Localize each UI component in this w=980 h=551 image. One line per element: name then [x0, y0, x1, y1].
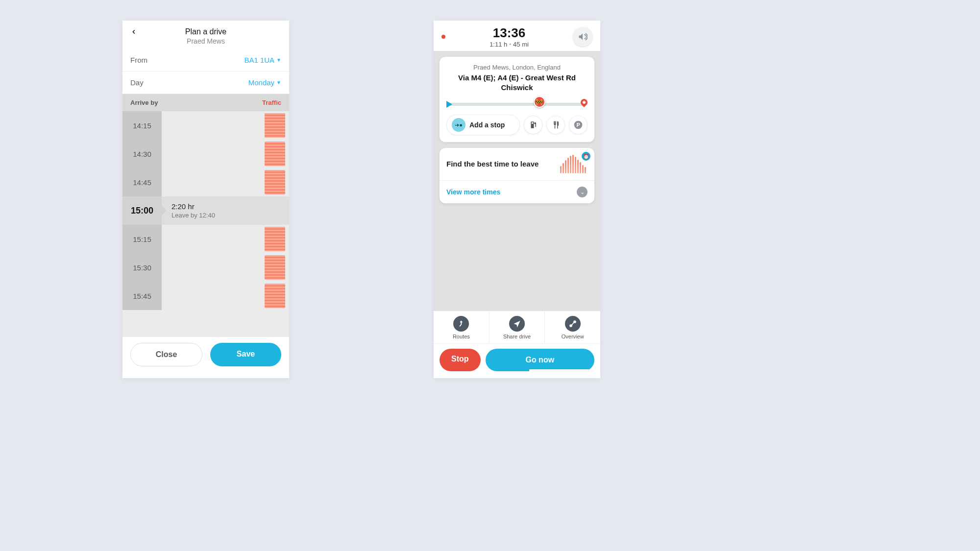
time-row[interactable]: 14:15 — [122, 111, 289, 140]
traffic-bar — [265, 227, 285, 251]
best-time-card: Find the best time to leave ⏰ View more … — [440, 148, 594, 203]
routes-button[interactable]: Routes — [434, 311, 490, 343]
from-label: From — [130, 56, 147, 64]
time-value: 15:15 — [122, 225, 162, 253]
overview-icon — [565, 316, 581, 332]
page-subtitle: Praed Mews — [130, 37, 281, 45]
add-stop-button[interactable]: ➜● Add a stop — [446, 115, 520, 135]
eta-block: 13:36 1:11 h • 45 mi — [445, 25, 573, 48]
bottom-nav: Routes Share drive Overview Stop Go now — [434, 311, 600, 378]
fuel-button[interactable] — [524, 116, 542, 134]
leave-by: Leave by 12:40 — [172, 212, 289, 219]
traffic-bar — [265, 255, 285, 280]
routes-icon — [453, 316, 469, 332]
time-row[interactable]: 15:30 — [122, 253, 289, 282]
route-card: Praed Mews, London, England Via M4 (E); … — [440, 57, 594, 142]
close-button[interactable]: Close — [130, 343, 202, 366]
destination-label: Praed Mews, London, England — [446, 64, 588, 71]
svg-rect-0 — [532, 122, 533, 124]
svg-text:P: P — [576, 122, 580, 128]
sound-button[interactable] — [573, 27, 592, 47]
best-time-row[interactable]: Find the best time to leave ⏰ — [440, 148, 594, 180]
plan-drive-screen: Plan a drive Praed Mews From BA1 1UA ▼ D… — [122, 21, 289, 378]
share-icon — [509, 316, 525, 332]
fuel-icon — [529, 120, 538, 129]
recording-indicator — [441, 35, 445, 39]
traffic-bar — [265, 113, 285, 138]
time-value: 14:15 — [122, 111, 162, 140]
stop-button[interactable]: Stop — [440, 349, 481, 371]
time-row[interactable]: 14:30 — [122, 140, 289, 168]
route-via: Via M4 (E); A4 (E) - Great West Rd Chisw… — [446, 73, 588, 92]
add-stop-icon: ➜● — [452, 118, 466, 132]
chevron-down-icon: ⌄ — [577, 187, 588, 197]
destination-pin-icon — [579, 97, 589, 107]
time-table: Arrive by Traffic 14:1514:3014:4515:002:… — [122, 94, 289, 337]
parking-icon: P — [573, 120, 583, 130]
bottom-buttons: Close Save — [122, 337, 289, 372]
time-row[interactable]: 14:45 — [122, 168, 289, 196]
action-row: Routes Share drive Overview — [434, 311, 600, 344]
time-row[interactable]: 15:15 — [122, 225, 289, 253]
food-icon — [551, 120, 560, 129]
parking-button[interactable]: P — [569, 116, 588, 134]
plan-header: Plan a drive Praed Mews — [122, 21, 289, 49]
time-value: 15:30 — [122, 253, 162, 282]
from-row[interactable]: From BA1 1UA ▼ — [122, 49, 289, 72]
back-button[interactable] — [130, 28, 137, 35]
share-button[interactable]: Share drive — [490, 311, 545, 343]
go-now-button[interactable]: Go now — [486, 349, 594, 371]
food-button[interactable] — [546, 116, 565, 134]
best-time-label: Find the best time to leave — [446, 159, 539, 169]
time-value: 14:30 — [122, 140, 162, 168]
view-more-button[interactable]: View more times ⌄ — [440, 180, 594, 203]
sound-icon — [578, 32, 588, 42]
traffic-bar — [265, 142, 285, 166]
traffic-bar — [265, 170, 285, 194]
traffic-chart-icon: ⏰ — [560, 155, 588, 173]
navigation-screen: 13:36 1:11 h • 45 mi Praed Mews, London,… — [434, 21, 600, 378]
stop-actions: ➜● Add a stop P — [446, 115, 588, 135]
arrival-time: 13:36 — [445, 25, 573, 41]
time-value: 15:00 — [122, 196, 162, 225]
save-button[interactable]: Save — [210, 343, 281, 366]
time-value: 15:45 — [122, 282, 162, 310]
time-table-header: Arrive by Traffic — [122, 94, 289, 111]
route-start-icon — [446, 101, 452, 108]
traffic-bar — [265, 284, 285, 308]
go-row: Stop Go now — [434, 344, 600, 378]
hazard-icon: 🚧 — [534, 96, 545, 108]
from-value[interactable]: BA1 1UA ▼ — [244, 56, 281, 64]
duration: 2:20 hr — [172, 202, 289, 211]
chevron-down-icon: ▼ — [276, 80, 281, 85]
route-progress: 🚧 — [448, 103, 586, 106]
chevron-down-icon: ▼ — [276, 57, 281, 63]
time-value: 14:45 — [122, 168, 162, 196]
time-row[interactable]: 15:002:20 hrLeave by 12:40 — [122, 196, 289, 225]
clock-icon: ⏰ — [582, 152, 590, 161]
day-value[interactable]: Monday ▼ — [248, 78, 281, 87]
overview-button[interactable]: Overview — [545, 311, 600, 343]
nav-top-bar: 13:36 1:11 h • 45 mi — [434, 21, 600, 51]
col-arrive: Arrive by — [130, 99, 158, 106]
day-label: Day — [130, 78, 144, 87]
trip-summary: 1:11 h • 45 mi — [445, 41, 573, 48]
col-traffic: Traffic — [262, 99, 281, 106]
day-row[interactable]: Day Monday ▼ — [122, 72, 289, 94]
time-row[interactable]: 15:45 — [122, 282, 289, 310]
page-title: Plan a drive — [130, 27, 281, 36]
